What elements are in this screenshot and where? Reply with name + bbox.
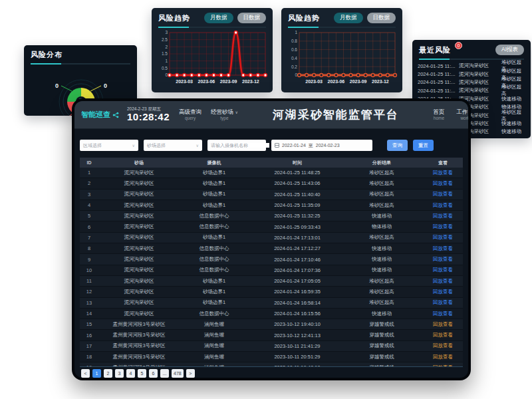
- table-body: 1 泥河沟采砂区 砂场边界1 2024-01-25 11:48:25 堆砂区超高…: [80, 168, 463, 367]
- cell-result: 快速移动: [346, 245, 418, 252]
- camera-name-field: [207, 140, 266, 151]
- monthly-data-button[interactable]: 月数据: [334, 13, 363, 23]
- cell-id: 1: [80, 170, 98, 176]
- playback-view-link[interactable]: 回放查看: [418, 321, 463, 328]
- cell-id: 8: [80, 245, 98, 251]
- risk-trend-line-chart-1: 00.511.522.532023-032023-062023-092023-1…: [154, 29, 271, 92]
- date-range-picker[interactable]: 2022-01-24 至 2024-02-23: [271, 140, 372, 151]
- cell-id: 13: [80, 300, 98, 306]
- page-button-2[interactable]: 2: [104, 369, 112, 378]
- cell-time: 2024-01-24 17:05:05: [249, 278, 346, 284]
- cell-result: 堆砂区超高: [346, 180, 418, 187]
- playback-view-link[interactable]: 回放查看: [418, 202, 463, 209]
- cell-site: 孟州黄河河段3号采砂区: [98, 342, 180, 349]
- title-underline: [31, 63, 130, 65]
- chevron-down-icon: ∨: [196, 143, 199, 148]
- playback-view-link[interactable]: 回放查看: [418, 289, 463, 295]
- risk-trend-panel-1: 风险趋势 月数据 日数据 00.511.522.532023-032023-06…: [152, 8, 273, 92]
- page-button-5[interactable]: 5: [138, 369, 146, 378]
- cell-site: 泥河沟采砂区: [98, 234, 180, 241]
- reset-button[interactable]: 重置: [413, 140, 434, 151]
- chevron-down-icon: ∨: [132, 143, 135, 148]
- cell-id: 9: [80, 257, 98, 263]
- search-button[interactable]: 查询: [387, 140, 408, 151]
- cell-site: 泥河沟采砂区: [98, 202, 180, 209]
- ai-report-button[interactable]: AI报表: [495, 45, 524, 55]
- pagination: <123456...478>: [80, 369, 463, 378]
- page-button-6[interactable]: 6: [149, 369, 158, 378]
- page-next-button[interactable]: >: [186, 369, 195, 378]
- daily-data-button[interactable]: 日数据: [367, 13, 396, 23]
- playback-view-link[interactable]: 回放查看: [418, 311, 463, 317]
- playback-view-link[interactable]: 回放查看: [418, 342, 463, 349]
- svg-text:2023-06: 2023-06: [328, 79, 345, 84]
- playback-view-link[interactable]: 回放查看: [418, 170, 463, 176]
- cell-result: 快速移动: [346, 213, 418, 219]
- playback-view-link[interactable]: 回放查看: [418, 223, 463, 230]
- playback-view-link[interactable]: 回放查看: [418, 267, 463, 273]
- playback-view-link[interactable]: 回放查看: [418, 213, 463, 219]
- svg-text:2023-03: 2023-03: [176, 79, 193, 84]
- playback-view-link[interactable]: 回放查看: [418, 332, 463, 338]
- table-row: 19 孟州黄河河段3号采砂区 涵闸鱼嘴 2023-10-11 19:48:18 …: [80, 362, 463, 367]
- playback-view-link[interactable]: 回放查看: [418, 191, 463, 198]
- nav-home[interactable]: 首页 home: [434, 109, 445, 120]
- cell-camera: 砂场边界1: [180, 170, 249, 176]
- cell-time: 2023-10-12 19:40:10: [249, 321, 346, 327]
- cell-site: 泥河沟采砂区: [98, 256, 180, 263]
- table-row: 7 泥河沟采砂区 砂场边界1 2024-01-24 17:13:01 堆砂区超高…: [80, 233, 463, 243]
- page-ellipsis[interactable]: ...: [160, 369, 169, 378]
- datetime-block: 2024-2-23 星期五 10:28:42: [127, 107, 170, 122]
- page-button-3[interactable]: 3: [115, 369, 124, 378]
- area-select[interactable]: 区域选择 ∨: [80, 140, 138, 151]
- desktop: 风险分布 000 风险趋势 月数据 日数据 00.511.522.532023-…: [0, 0, 532, 399]
- smart-patrol-logo[interactable]: 智能巡查: [81, 110, 119, 120]
- site-type-menu[interactable]: 经营砂场 ∨ type: [211, 109, 238, 120]
- cell-id: 16: [80, 332, 98, 338]
- playback-view-link[interactable]: 回放查看: [418, 234, 463, 241]
- cell-result: 物体移动: [346, 223, 418, 230]
- table-row: 16 孟州黄河河段3号采砂区 涵闸鱼嘴 2023-10-12 12:41:13 …: [80, 330, 463, 340]
- cell-id: 19: [80, 364, 98, 367]
- svg-text:0.6: 0.6: [291, 47, 297, 52]
- risk-time: 2024-01-25 11:...: [418, 63, 459, 69]
- smart-patrol-label: 智能巡查: [81, 110, 110, 120]
- playback-view-link[interactable]: 回放查看: [418, 354, 463, 360]
- playback-view-link[interactable]: 回放查看: [418, 180, 463, 187]
- page-button-478[interactable]: 478: [172, 369, 184, 378]
- col-id: ID: [80, 160, 98, 165]
- camera-name-input[interactable]: [211, 143, 269, 148]
- cell-site: 孟州黄河河段3号采砂区: [98, 332, 180, 338]
- cell-id: 5: [80, 213, 98, 219]
- risk-time: 2024-01-25 11:...: [418, 71, 459, 77]
- svg-text:0: 0: [165, 72, 168, 77]
- cell-result: 穿越警戒线: [346, 342, 418, 349]
- page-prev-button[interactable]: <: [81, 369, 90, 378]
- playback-view-link[interactable]: 回放查看: [418, 245, 463, 252]
- playback-view-link[interactable]: 回放查看: [418, 278, 463, 285]
- title-underline: [158, 27, 266, 28]
- cell-site: 泥河沟采砂区: [98, 191, 180, 198]
- page-button-1[interactable]: 1: [92, 369, 101, 378]
- recent-risk-item[interactable]: 2024-01-25 11:... 泥河沟采砂区 堆砂区超高: [412, 86, 531, 94]
- cell-result: 堆砂区超高: [346, 234, 418, 241]
- site-select[interactable]: 砂场选择 ∨: [144, 140, 202, 151]
- svg-text:3: 3: [165, 30, 168, 35]
- daily-data-button[interactable]: 日数据: [237, 13, 267, 23]
- monthly-data-button[interactable]: 月数据: [204, 13, 233, 23]
- cell-id: 4: [80, 202, 98, 208]
- advanced-query-menu[interactable]: 高级查询 query: [179, 109, 201, 120]
- cell-camera: 信息数据中心: [180, 245, 249, 252]
- cell-site: 泥河沟采砂区: [98, 170, 180, 176]
- cell-result: 穿越警戒线: [346, 364, 418, 367]
- page-button-4[interactable]: 4: [126, 369, 135, 378]
- table-row: 4 泥河沟采砂区 砂场边界1 2024-01-25 11:35:09 堆砂区超高…: [80, 200, 463, 211]
- playback-view-link[interactable]: 回放查看: [418, 256, 463, 263]
- cell-camera: 涵闸鱼嘴: [180, 354, 249, 360]
- table-row: 3 泥河沟采砂区 砂场边界1 2024-01-25 11:40:40 堆砂区超高…: [80, 190, 463, 200]
- playback-view-link[interactable]: 回放查看: [418, 364, 463, 367]
- playback-view-link[interactable]: 回放查看: [418, 299, 463, 306]
- nav-workbench[interactable]: 工作台 work: [457, 109, 471, 120]
- cell-id: 12: [80, 289, 98, 295]
- share-icon: [112, 112, 119, 118]
